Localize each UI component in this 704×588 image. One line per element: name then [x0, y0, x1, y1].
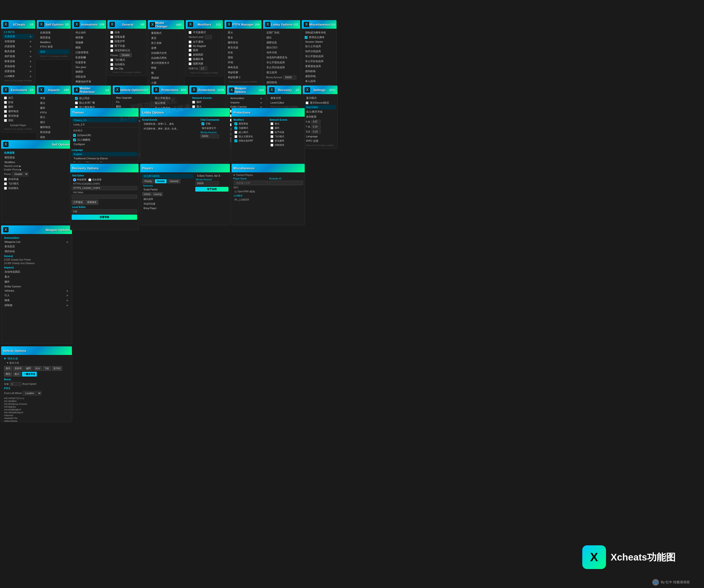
lobby-advert[interactable]: 近期广告机	[265, 30, 299, 35]
protd-m3[interactable]: 超人模式	[233, 130, 267, 134]
plr-friend-btn[interactable]: Priority	[142, 179, 154, 183]
misc-action[interactable]: 动作分组战局	[303, 49, 335, 54]
menu-lua[interactable]: LUA脚本▶	[3, 74, 34, 79]
mod-no-wanted[interactable]: 永不通缉	[187, 40, 221, 44]
mp-sync[interactable]: 阻止同步	[73, 96, 109, 101]
ptfx-magic[interactable]: 神奇花花	[226, 65, 260, 70]
excl-welcome[interactable]: 迎欢	[3, 118, 34, 123]
mp-global[interactable]: 阻止全局广播	[73, 101, 109, 105]
plr-general-btn[interactable]: General	[168, 179, 180, 183]
anim-hood[interactable]: 胡迪舞	[73, 40, 105, 45]
model-deer[interactable]: 小鹿	[149, 80, 183, 85]
width-input[interactable]	[311, 130, 321, 134]
theme-config[interactable]: Configure	[72, 142, 137, 146]
recd-radio-all[interactable]: 综合查看	[88, 178, 102, 181]
p21-explosion[interactable]: 爆炸	[191, 100, 224, 104]
ptfx-water[interactable]: 喷水	[226, 35, 260, 40]
recd-hot-input[interactable]	[72, 195, 137, 199]
misc-session[interactable]: Session Starter	[303, 40, 335, 44]
protd-n4[interactable]: 飞行模式	[269, 134, 303, 139]
lob-money-input[interactable]	[200, 134, 219, 138]
menu-weapons[interactable]: 武器选项▶	[3, 44, 34, 49]
ptfx-env[interactable]: 环境	[226, 60, 260, 65]
impact-fire[interactable]: 着火	[38, 101, 69, 106]
theme-cheats[interactable]: Cheers_V1	[72, 118, 137, 122]
plr-vehicle-btn[interactable]: Vehicle	[142, 192, 152, 196]
gen-item-3[interactable]: 回复护甲	[109, 39, 145, 44]
misc-join-public[interactable]: 加入公开战局	[303, 44, 335, 49]
plr-game-btn[interactable]: Gaming	[153, 192, 163, 196]
protd-m4[interactable]: 阻止主要变化	[233, 134, 267, 139]
veh-max-upgrade[interactable]: Max Upgrade	[114, 95, 149, 100]
plr-tp-player[interactable]: 传送到玩家	[142, 202, 193, 206]
ptfx-mist1[interactable]: 奇妙彩雾	[226, 70, 260, 75]
self-det-autoheal[interactable]: 自动补血	[3, 177, 70, 181]
vdl-location-select[interactable]: Location	[22, 391, 42, 395]
impact-trail[interactable]: 射击轨迹	[38, 130, 69, 135]
phone-disable-btn[interactable]: Disable	[120, 53, 132, 57]
ptfx-mist2[interactable]: 奇妙彩雾 2	[226, 75, 260, 80]
set2-stat-editor[interactable]: Stat Editor	[304, 105, 336, 109]
misc-disable-bg[interactable]: 禁用后台脚本	[303, 35, 335, 40]
walk-speed-input[interactable]	[199, 66, 208, 70]
mod-semi-god[interactable]: 半无敌模式	[187, 30, 221, 35]
wod-ammo-refill[interactable]: 弹药补给	[3, 249, 70, 254]
menu-vehicles[interactable]: 载具选项▶	[3, 49, 34, 54]
self-item-5[interactable]: 动作	[38, 49, 69, 54]
excl-shoot[interactable]: 爆炸制击	[3, 109, 34, 114]
impact-explode[interactable]: 爆炸	[38, 106, 69, 111]
theme-luna[interactable]: Luna_2.0	[72, 122, 137, 127]
protd-n5[interactable]: 射击频率	[269, 139, 303, 143]
lob-chat-spam[interactable]: 聊天刷屏文字	[200, 126, 229, 131]
self-det-freelook[interactable]: 自由镜头	[3, 186, 70, 190]
lobby-friends-closed[interactable]: 非公开朋友战局	[265, 60, 299, 65]
self-item-1[interactable]: 自身选项	[38, 30, 69, 35]
plr-money-input[interactable]	[195, 181, 219, 185]
model-male[interactable]: 自由模式男性	[149, 56, 183, 60]
mod-hide-home[interactable]: 隐匿局家	[187, 61, 221, 66]
plr-self[interactable]: 自己(即玩家[0])	[142, 174, 193, 179]
vdl-type-btn6[interactable]: 直升机	[52, 366, 62, 371]
plr-send-money-btn[interactable]: 给予金钱	[195, 187, 229, 192]
misc-virtual-collect[interactable]: 虚拟收钱	[303, 69, 335, 74]
lob-s1[interactable]: 召唤脚本者... 狱警+工... 袭击	[142, 122, 198, 126]
p8-stop-leave[interactable]: 阻止停留退出	[153, 95, 186, 101]
lobby-solo[interactable]: 孤立战局	[265, 70, 299, 75]
lang-cht[interactable]: Traditional Chinese by Eteron	[72, 156, 137, 160]
anim-private[interactable]: 私密薪酬	[73, 55, 105, 60]
protd-m2[interactable]: 无敌模式	[233, 126, 267, 130]
mod-super-jump[interactable]: 超级跳跃	[187, 52, 221, 57]
x-axis-input[interactable]	[311, 120, 320, 124]
lobby-friends-open[interactable]: 非公开好友战局	[265, 65, 299, 70]
y-axis-input[interactable]	[311, 125, 320, 129]
lobby-tp[interactable]: 传送到约佛里亚岛	[265, 55, 299, 60]
set2-rpc[interactable]: R²PC 设置	[304, 138, 336, 143]
wod-entity[interactable]: Entity Cannon	[3, 284, 70, 288]
protd-n2[interactable]: 爆炸	[269, 126, 303, 130]
model-mike[interactable]: 麦克	[149, 36, 183, 41]
wod-ammo-delay[interactable]: 射击延迟	[3, 244, 70, 249]
ptfx-sparks[interactable]: 星火	[226, 30, 260, 35]
menu-settings[interactable]: 设置选项▶	[3, 69, 34, 74]
protd-n3[interactable]: 给予武器	[269, 130, 303, 134]
protd-m5[interactable]: 控制主机KRP	[233, 139, 267, 143]
excl-friends[interactable]: 好友	[3, 100, 34, 105]
impact-shoot[interactable]: 爆炸制击	[38, 125, 69, 130]
mod-hide-dist[interactable]: 隐藏距离	[187, 57, 221, 61]
gen-fly[interactable]: 飞行模式	[109, 58, 145, 62]
impact-tp[interactable]: 传送	[38, 95, 69, 101]
lob-s2[interactable]: 对话脚本者... 脚本...取消...生成...	[142, 126, 198, 131]
plr-bring[interactable]: Bring Player	[142, 206, 193, 210]
recd-apply-btn[interactable]: 立即修改	[72, 200, 84, 205]
lang-en[interactable]: English	[72, 152, 137, 156]
theme-check1[interactable]: 以OpenURL	[72, 133, 137, 137]
phone-select[interactable]: Disable Enable	[12, 172, 28, 176]
rec2-level-editor[interactable]: Level Editor	[269, 101, 300, 105]
anim-giver[interactable]: Sex giver	[73, 65, 105, 69]
vdl-type-btn1[interactable]: 跑车	[4, 366, 12, 371]
plr-address[interactable]: Eclipse Towers, Apt 3i	[195, 174, 229, 178]
excl-self[interactable]: 自己	[3, 95, 34, 100]
impact-smoke[interactable]: 烟火	[38, 120, 69, 125]
veh-fix[interactable]: Fix	[114, 100, 149, 104]
anim-aware[interactable]: 已获得警觉	[73, 50, 105, 55]
